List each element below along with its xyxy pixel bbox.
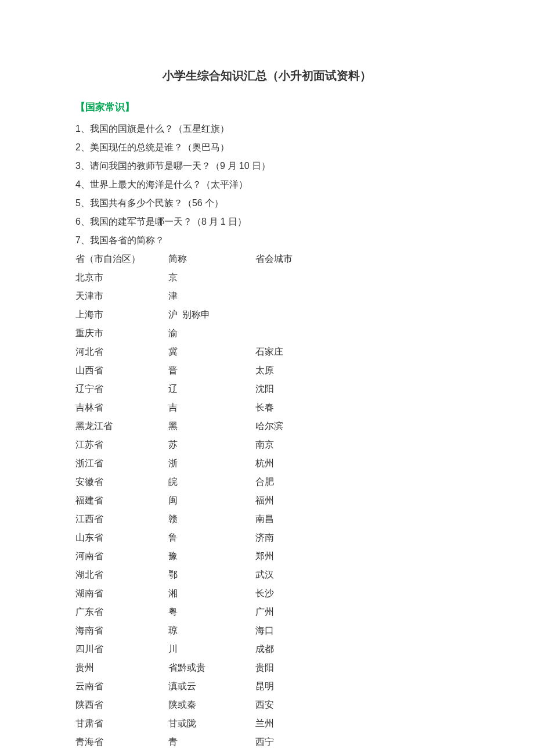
col-abbr: 简称: [168, 250, 255, 268]
province-abbr: 青: [168, 733, 255, 751]
province-abbr: 琼: [168, 621, 255, 640]
province-capital: 兰州: [255, 714, 274, 733]
province-abbr: 冀: [168, 343, 255, 361]
province-name: 浙江省: [75, 454, 168, 473]
table-row: 陕西省陕或秦西安: [75, 696, 459, 714]
province-abbr: 皖: [168, 473, 255, 491]
province-capital: 济南: [255, 528, 274, 547]
province-name: 福建省: [75, 491, 168, 510]
table-row: 山东省鲁济南: [75, 528, 459, 547]
province-abbr: 滇或云: [168, 677, 255, 696]
province-name: 江苏省: [75, 435, 168, 454]
table-row: 河北省冀石家庄: [75, 343, 459, 361]
table-row: 黑龙江省黑哈尔滨: [75, 417, 459, 435]
province-capital: 南京: [255, 435, 274, 454]
table-row: 四川省川成都: [75, 640, 459, 658]
province-abbr: 闽: [168, 491, 255, 510]
question-number: 1: [75, 124, 81, 134]
inline-number: 9: [220, 161, 225, 171]
inline-number: 56: [192, 198, 203, 208]
province-capital: 贵阳: [255, 658, 274, 677]
table-row: 山西省晋太原: [75, 361, 459, 380]
table-row: 重庆市渝: [75, 324, 459, 343]
province-abbr: 苏: [168, 435, 255, 454]
section-heading: 【国家常识】: [75, 98, 459, 117]
col-capital: 省会城市: [255, 250, 293, 268]
province-abbr: 沪 别称申: [168, 305, 255, 324]
table-row: 安徽省皖合肥: [75, 473, 459, 491]
province-abbr: 辽: [168, 380, 255, 398]
province-abbr: 鄂: [168, 566, 255, 584]
province-capital: 郑州: [255, 547, 274, 566]
province-capital: 石家庄: [255, 343, 283, 361]
question-number: 4: [75, 179, 81, 189]
question-line: 4、世界上最大的海洋是什么？（太平洋）: [75, 175, 459, 194]
province-abbr: 湘: [168, 584, 255, 603]
document-page: 小学生综合知识汇总（小升初面试资料） 【国家常识】 1、我国的国旗是什么？（五星…: [0, 0, 534, 756]
province-capital: 成都: [255, 640, 274, 658]
province-abbr: 晋: [168, 361, 255, 380]
province-abbr: 赣: [168, 510, 255, 528]
province-name: 青海省: [75, 733, 168, 751]
province-abbr: 渝: [168, 324, 255, 343]
province-abbr: 鲁: [168, 528, 255, 547]
question-number: 2: [75, 142, 81, 152]
province-abbr: 省黔或贵: [168, 658, 255, 677]
province-name: 北京市: [75, 268, 168, 287]
table-row: 甘肃省甘或陇兰州: [75, 714, 459, 733]
table-row: 广东省粤广州: [75, 603, 459, 621]
province-name: 山西省: [75, 361, 168, 380]
province-abbr: 浙: [168, 454, 255, 473]
province-capital: 杭州: [255, 454, 274, 473]
province-capital: 武汉: [255, 566, 274, 584]
province-name: 贵州: [75, 658, 168, 677]
table-row: 河南省豫郑州: [75, 547, 459, 566]
province-capital: 太原: [255, 361, 274, 380]
province-abbr: 吉: [168, 398, 255, 417]
province-name: 上海市: [75, 305, 168, 324]
province-name: 云南省: [75, 677, 168, 696]
province-capital: 广州: [255, 603, 274, 621]
inline-number: 1: [221, 217, 226, 226]
table-row: 浙江省浙杭州: [75, 454, 459, 473]
province-capital: 福州: [255, 491, 274, 510]
province-abbr: 粤: [168, 603, 255, 621]
province-name: 辽宁省: [75, 380, 168, 398]
province-abbr: 黑: [168, 417, 255, 435]
province-capital: 昆明: [255, 677, 274, 696]
province-capital: 西安: [255, 696, 274, 714]
province-capital: 哈尔滨: [255, 417, 283, 435]
province-capital: 长沙: [255, 584, 274, 603]
question-line: 5、我国共有多少个民族？（56 个）: [75, 194, 459, 213]
question-line: 2、美国现任的总统是谁？（奥巴马）: [75, 138, 459, 157]
province-capital: 南昌: [255, 510, 274, 528]
province-name: 安徽省: [75, 473, 168, 491]
province-capital: 沈阳: [255, 380, 274, 398]
province-name: 四川省: [75, 640, 168, 658]
table-header: 省（市自治区）简称省会城市: [75, 250, 459, 268]
province-name: 山东省: [75, 528, 168, 547]
col-province: 省（市自治区）: [75, 250, 168, 268]
province-name: 黑龙江省: [75, 417, 168, 435]
province-abbr: 陕或秦: [168, 696, 255, 714]
province-name: 河北省: [75, 343, 168, 361]
province-name: 河南省: [75, 547, 168, 566]
table-row: 辽宁省辽沈阳: [75, 380, 459, 398]
province-name: 天津市: [75, 287, 168, 305]
question-number: 6: [75, 217, 81, 226]
province-capital: 海口: [255, 621, 274, 640]
page-title: 小学生综合知识汇总（小升初面试资料）: [75, 64, 459, 87]
province-capital: 西宁: [255, 733, 274, 751]
table-row: 吉林省吉长春: [75, 398, 459, 417]
province-name: 吉林省: [75, 398, 168, 417]
table-row: 江西省赣南昌: [75, 510, 459, 528]
question-line: 7、我国各省的简称？: [75, 231, 459, 250]
province-name: 江西省: [75, 510, 168, 528]
table-row: 江苏省苏南京: [75, 435, 459, 454]
table-row: 云南省滇或云昆明: [75, 677, 459, 696]
question-list: 1、我国的国旗是什么？（五星红旗）2、美国现任的总统是谁？（奥巴马）3、请问我国…: [75, 120, 459, 250]
province-abbr: 京: [168, 268, 255, 287]
question-number: 7: [75, 235, 81, 245]
table-row: 海南省琼海口: [75, 621, 459, 640]
province-abbr: 津: [168, 287, 255, 305]
